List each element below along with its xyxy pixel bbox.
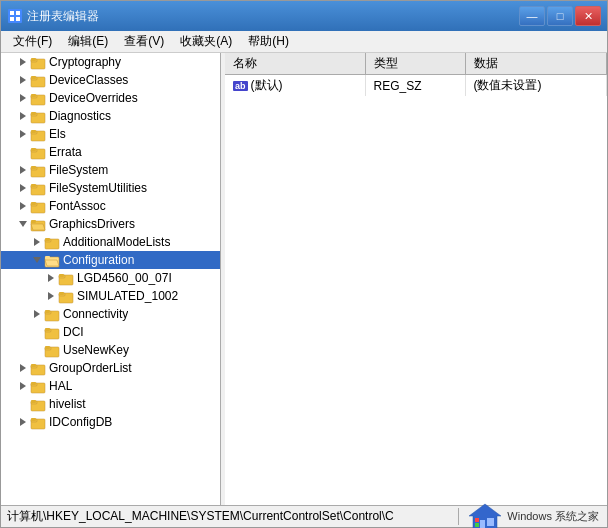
tree-label-connectivity: Connectivity bbox=[63, 307, 128, 321]
svg-rect-25 bbox=[31, 166, 36, 169]
status-bar: 计算机\HKEY_LOCAL_MACHINE\SYSTEM\CurrentCon… bbox=[1, 505, 607, 527]
expand-btn-els[interactable] bbox=[17, 128, 29, 140]
svg-rect-44 bbox=[59, 292, 64, 295]
status-right: Windows 系统之家 bbox=[459, 502, 607, 529]
folder-icon-lgd04560 bbox=[58, 270, 74, 286]
expand-btn-filesystemutilities[interactable] bbox=[17, 182, 29, 194]
svg-rect-4 bbox=[16, 17, 20, 21]
tree-item-deviceclasses[interactable]: DeviceClasses bbox=[1, 71, 220, 89]
tree-item-hal[interactable]: HAL bbox=[1, 377, 220, 395]
close-button[interactable]: ✕ bbox=[575, 6, 601, 26]
tree-item-diagnostics[interactable]: Diagnostics bbox=[1, 107, 220, 125]
tree-label-graphicsdrivers: GraphicsDrivers bbox=[49, 217, 135, 231]
reg-data: (数值未设置) bbox=[465, 75, 607, 97]
svg-rect-13 bbox=[31, 94, 36, 97]
logo-text: Windows 系统之家 bbox=[507, 509, 599, 524]
tree-item-els[interactable]: Els bbox=[1, 125, 220, 143]
folder-icon-filesystem bbox=[30, 162, 46, 178]
tree-item-idconfigdb[interactable]: IDConfigDB bbox=[1, 413, 220, 431]
folder-icon-graphicsdrivers bbox=[30, 216, 46, 232]
expand-btn-lgd04560[interactable] bbox=[45, 272, 57, 284]
svg-rect-62 bbox=[31, 400, 36, 403]
tree-label-additionalmodelists: AdditionalModeLists bbox=[63, 235, 170, 249]
tree-item-graphicsdrivers[interactable]: GraphicsDrivers bbox=[1, 215, 220, 233]
folder-icon-fontassoc bbox=[30, 198, 46, 214]
tree-label-deviceoverrides: DeviceOverrides bbox=[49, 91, 138, 105]
window-title: 注册表编辑器 bbox=[27, 8, 99, 25]
expand-btn-diagnostics[interactable] bbox=[17, 110, 29, 122]
table-row[interactable]: ab(默认)REG_SZ(数值未设置) bbox=[225, 75, 607, 97]
expand-btn-additionalmodelists[interactable] bbox=[31, 236, 43, 248]
expand-btn-filesystem[interactable] bbox=[17, 164, 29, 176]
folder-icon-deviceoverrides bbox=[30, 90, 46, 106]
folder-icon-errata bbox=[30, 144, 46, 160]
menu-help[interactable]: 帮助(H) bbox=[240, 31, 297, 52]
tree-item-grouporderlist[interactable]: GroupOrderList bbox=[1, 359, 220, 377]
tree-label-deviceclasses: DeviceClasses bbox=[49, 73, 128, 87]
tree-label-hivelist: hivelist bbox=[49, 397, 86, 411]
tree-item-filesystemutilities[interactable]: FileSystemUtilities bbox=[1, 179, 220, 197]
svg-rect-7 bbox=[31, 58, 36, 61]
folder-icon-connectivity bbox=[44, 306, 60, 322]
svg-rect-33 bbox=[31, 220, 36, 223]
expand-btn-deviceoverrides[interactable] bbox=[17, 92, 29, 104]
svg-rect-38 bbox=[45, 256, 50, 259]
expand-btn-usenewkey bbox=[31, 344, 43, 356]
tree-item-hivelist[interactable]: hivelist bbox=[1, 395, 220, 413]
folder-icon-diagnostics bbox=[30, 108, 46, 124]
menu-view[interactable]: 查看(V) bbox=[116, 31, 172, 52]
title-bar-left: 注册表编辑器 bbox=[7, 8, 99, 25]
svg-rect-47 bbox=[45, 310, 50, 313]
folder-icon-deviceclasses bbox=[30, 72, 46, 88]
expand-btn-simulated[interactable] bbox=[45, 290, 57, 302]
tree-label-dci: DCI bbox=[63, 325, 84, 339]
expand-btn-connectivity[interactable] bbox=[31, 308, 43, 320]
tree-item-deviceoverrides[interactable]: DeviceOverrides bbox=[1, 89, 220, 107]
svg-rect-2 bbox=[16, 11, 20, 15]
tree-item-usenewkey[interactable]: UseNewKey bbox=[1, 341, 220, 359]
folder-icon-filesystemutilities bbox=[30, 180, 46, 196]
expand-btn-hivelist bbox=[17, 398, 29, 410]
svg-rect-70 bbox=[475, 523, 479, 527]
svg-rect-68 bbox=[487, 518, 494, 526]
folder-icon-cryptography bbox=[30, 54, 46, 70]
tree-label-grouporderlist: GroupOrderList bbox=[49, 361, 132, 375]
tree-label-configuration: Configuration bbox=[63, 253, 134, 267]
tree-label-filesystem: FileSystem bbox=[49, 163, 108, 177]
tree-label-errata: Errata bbox=[49, 145, 82, 159]
tree-item-errata[interactable]: Errata bbox=[1, 143, 220, 161]
tree-item-connectivity[interactable]: Connectivity bbox=[1, 305, 220, 323]
tree-item-cryptography[interactable]: Cryptography bbox=[1, 53, 220, 71]
folder-icon-hal bbox=[30, 378, 46, 394]
svg-rect-67 bbox=[480, 520, 485, 529]
expand-btn-cryptography[interactable] bbox=[17, 56, 29, 68]
expand-btn-grouporderlist[interactable] bbox=[17, 362, 29, 374]
tree-item-fontassoc[interactable]: FontAssoc bbox=[1, 197, 220, 215]
menu-edit[interactable]: 编辑(E) bbox=[60, 31, 116, 52]
svg-rect-41 bbox=[59, 274, 64, 277]
svg-rect-50 bbox=[45, 328, 50, 331]
tree-item-configuration[interactable]: Configuration bbox=[1, 251, 220, 269]
maximize-button[interactable]: □ bbox=[547, 6, 573, 26]
expand-btn-hal[interactable] bbox=[17, 380, 29, 392]
tree-item-filesystem[interactable]: FileSystem bbox=[1, 161, 220, 179]
menu-file[interactable]: 文件(F) bbox=[5, 31, 60, 52]
tree-item-lgd04560[interactable]: LGD4560_00_07I bbox=[1, 269, 220, 287]
minimize-button[interactable]: — bbox=[519, 6, 545, 26]
tree-item-dci[interactable]: DCI bbox=[1, 323, 220, 341]
title-buttons: — □ ✕ bbox=[519, 6, 601, 26]
menu-favorites[interactable]: 收藏夹(A) bbox=[172, 31, 240, 52]
tree-panel[interactable]: Cryptography DeviceClasses DeviceOverrid… bbox=[1, 53, 221, 505]
expand-btn-configuration[interactable] bbox=[31, 254, 43, 266]
tree-label-usenewkey: UseNewKey bbox=[63, 343, 129, 357]
tree-item-simulated[interactable]: SIMULATED_1002 bbox=[1, 287, 220, 305]
expand-btn-deviceclasses[interactable] bbox=[17, 74, 29, 86]
expand-btn-fontassoc[interactable] bbox=[17, 200, 29, 212]
tree-label-idconfigdb: IDConfigDB bbox=[49, 415, 112, 429]
tree-item-additionalmodelists[interactable]: AdditionalModeLists bbox=[1, 233, 220, 251]
registry-values-panel[interactable]: 名称 类型 数据 ab(默认)REG_SZ(数值未设置) bbox=[225, 53, 607, 505]
expand-btn-graphicsdrivers[interactable] bbox=[17, 218, 29, 230]
app-icon bbox=[7, 8, 23, 24]
svg-rect-16 bbox=[31, 112, 36, 115]
expand-btn-idconfigdb[interactable] bbox=[17, 416, 29, 428]
